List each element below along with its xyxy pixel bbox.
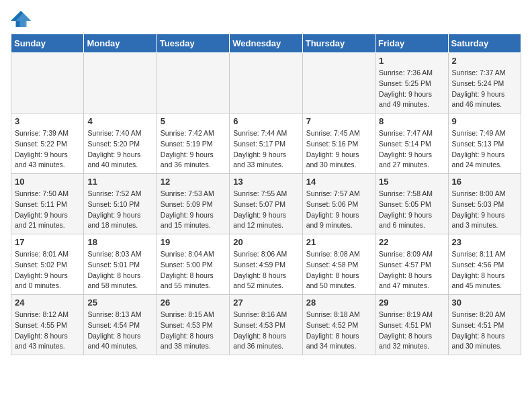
day-info: Sunrise: 8:09 AMSunset: 4:57 PMDaylight:…: [379, 249, 444, 291]
day-number: 17: [15, 237, 80, 247]
day-info: Sunrise: 7:58 AMSunset: 5:05 PMDaylight:…: [379, 189, 444, 231]
day-info: Sunrise: 7:50 AMSunset: 5:11 PMDaylight:…: [15, 189, 80, 231]
day-number: 28: [306, 298, 371, 308]
day-info: Sunrise: 7:52 AMSunset: 5:10 PMDaylight:…: [87, 189, 152, 231]
day-info: Sunrise: 8:06 AMSunset: 4:59 PMDaylight:…: [233, 249, 298, 291]
day-number: 21: [306, 237, 371, 247]
logo: [11, 11, 34, 27]
calendar-cell: 9 Sunrise: 7:49 AMSunset: 5:13 PMDayligh…: [448, 113, 521, 174]
day-info: Sunrise: 7:37 AMSunset: 5:24 PMDaylight:…: [452, 68, 517, 110]
calendar-table: Sunday Monday Tuesday Wednesday Thursday…: [11, 34, 521, 355]
calendar-cell: 26 Sunrise: 8:15 AMSunset: 4:53 PMDaylig…: [157, 295, 229, 355]
day-info: Sunrise: 7:55 AMSunset: 5:07 PMDaylight:…: [233, 189, 298, 231]
calendar-cell: 10 Sunrise: 7:50 AMSunset: 5:11 PMDaylig…: [11, 174, 84, 234]
day-info: Sunrise: 8:03 AMSunset: 5:01 PMDaylight:…: [87, 249, 152, 291]
day-number: 7: [306, 116, 371, 126]
calendar-cell: 23 Sunrise: 8:11 AMSunset: 4:56 PMDaylig…: [448, 234, 521, 295]
calendar-cell: [302, 53, 375, 113]
calendar-cell: 6 Sunrise: 7:44 AMSunset: 5:17 PMDayligh…: [230, 113, 302, 174]
day-info: Sunrise: 8:00 AMSunset: 5:03 PMDaylight:…: [452, 189, 517, 231]
calendar-header: Sunday Monday Tuesday Wednesday Thursday…: [11, 34, 521, 53]
calendar-cell: 22 Sunrise: 8:09 AMSunset: 4:57 PMDaylig…: [375, 234, 448, 295]
day-number: 2: [452, 56, 517, 66]
day-info: Sunrise: 7:42 AMSunset: 5:19 PMDaylight:…: [161, 128, 226, 171]
calendar-cell: 27 Sunrise: 8:16 AMSunset: 4:53 PMDaylig…: [230, 295, 302, 355]
calendar-cell: 17 Sunrise: 8:01 AMSunset: 5:02 PMDaylig…: [11, 234, 84, 295]
calendar-cell: [11, 53, 84, 113]
day-number: 14: [306, 177, 371, 187]
day-info: Sunrise: 7:40 AMSunset: 5:20 PMDaylight:…: [87, 128, 152, 171]
day-number: 3: [15, 116, 80, 126]
header-friday: Friday: [375, 34, 448, 53]
calendar-cell: [157, 53, 229, 113]
day-info: Sunrise: 8:11 AMSunset: 4:56 PMDaylight:…: [452, 249, 517, 291]
day-info: Sunrise: 7:47 AMSunset: 5:14 PMDaylight:…: [379, 128, 444, 171]
calendar-cell: 21 Sunrise: 8:08 AMSunset: 4:58 PMDaylig…: [302, 234, 375, 295]
calendar-cell: 3 Sunrise: 7:39 AMSunset: 5:22 PMDayligh…: [11, 113, 84, 174]
day-number: 26: [161, 298, 226, 308]
day-number: 6: [233, 116, 298, 126]
day-number: 13: [233, 177, 298, 187]
header: [11, 11, 521, 27]
day-number: 30: [452, 298, 517, 308]
day-info: Sunrise: 7:44 AMSunset: 5:17 PMDaylight:…: [233, 128, 298, 171]
day-info: Sunrise: 7:57 AMSunset: 5:06 PMDaylight:…: [306, 189, 371, 231]
day-info: Sunrise: 8:16 AMSunset: 4:53 PMDaylight:…: [233, 310, 298, 352]
day-number: 29: [379, 298, 444, 308]
calendar-cell: 15 Sunrise: 7:58 AMSunset: 5:05 PMDaylig…: [375, 174, 448, 234]
calendar-cell: 14 Sunrise: 7:57 AMSunset: 5:06 PMDaylig…: [302, 174, 375, 234]
day-info: Sunrise: 8:13 AMSunset: 4:54 PMDaylight:…: [87, 310, 152, 352]
day-info: Sunrise: 7:45 AMSunset: 5:16 PMDaylight:…: [306, 128, 371, 171]
day-info: Sunrise: 8:01 AMSunset: 5:02 PMDaylight:…: [15, 249, 80, 291]
day-info: Sunrise: 8:18 AMSunset: 4:52 PMDaylight:…: [306, 310, 371, 352]
calendar-cell: 30 Sunrise: 8:20 AMSunset: 4:51 PMDaylig…: [448, 295, 521, 355]
day-number: 23: [452, 237, 517, 247]
header-thursday: Thursday: [302, 34, 375, 53]
day-info: Sunrise: 7:53 AMSunset: 5:09 PMDaylight:…: [161, 189, 226, 231]
day-number: 4: [87, 116, 152, 126]
header-monday: Monday: [84, 34, 157, 53]
day-number: 8: [379, 116, 444, 126]
day-number: 9: [452, 116, 517, 126]
logo-icon: [11, 11, 31, 27]
day-info: Sunrise: 7:49 AMSunset: 5:13 PMDaylight:…: [452, 128, 517, 171]
calendar-cell: 18 Sunrise: 8:03 AMSunset: 5:01 PMDaylig…: [84, 234, 157, 295]
day-info: Sunrise: 7:39 AMSunset: 5:22 PMDaylight:…: [15, 128, 80, 171]
calendar-cell: [230, 53, 302, 113]
day-number: 24: [15, 298, 80, 308]
calendar-body: 1 Sunrise: 7:36 AMSunset: 5:25 PMDayligh…: [11, 53, 521, 355]
day-number: 11: [87, 177, 152, 187]
day-info: Sunrise: 8:19 AMSunset: 4:51 PMDaylight:…: [379, 310, 444, 352]
calendar-cell: 29 Sunrise: 8:19 AMSunset: 4:51 PMDaylig…: [375, 295, 448, 355]
calendar-cell: 5 Sunrise: 7:42 AMSunset: 5:19 PMDayligh…: [157, 113, 229, 174]
calendar-cell: 7 Sunrise: 7:45 AMSunset: 5:16 PMDayligh…: [302, 113, 375, 174]
calendar-cell: 8 Sunrise: 7:47 AMSunset: 5:14 PMDayligh…: [375, 113, 448, 174]
day-number: 1: [379, 56, 444, 66]
calendar-cell: 28 Sunrise: 8:18 AMSunset: 4:52 PMDaylig…: [302, 295, 375, 355]
header-tuesday: Tuesday: [157, 34, 229, 53]
day-number: 18: [87, 237, 152, 247]
calendar-cell: 19 Sunrise: 8:04 AMSunset: 5:00 PMDaylig…: [157, 234, 229, 295]
calendar-cell: 11 Sunrise: 7:52 AMSunset: 5:10 PMDaylig…: [84, 174, 157, 234]
day-info: Sunrise: 8:20 AMSunset: 4:51 PMDaylight:…: [452, 310, 517, 352]
day-number: 5: [161, 116, 226, 126]
day-number: 22: [379, 237, 444, 247]
day-info: Sunrise: 7:36 AMSunset: 5:25 PMDaylight:…: [379, 68, 444, 110]
day-info: Sunrise: 8:04 AMSunset: 5:00 PMDaylight:…: [161, 249, 226, 291]
calendar-cell: [84, 53, 157, 113]
day-info: Sunrise: 8:08 AMSunset: 4:58 PMDaylight:…: [306, 249, 371, 291]
day-number: 25: [87, 298, 152, 308]
calendar-cell: 16 Sunrise: 8:00 AMSunset: 5:03 PMDaylig…: [448, 174, 521, 234]
day-number: 20: [233, 237, 298, 247]
day-number: 27: [233, 298, 298, 308]
calendar-cell: 24 Sunrise: 8:12 AMSunset: 4:55 PMDaylig…: [11, 295, 84, 355]
day-info: Sunrise: 8:15 AMSunset: 4:53 PMDaylight:…: [161, 310, 226, 352]
day-number: 10: [15, 177, 80, 187]
calendar-cell: 1 Sunrise: 7:36 AMSunset: 5:25 PMDayligh…: [375, 53, 448, 113]
calendar-cell: 2 Sunrise: 7:37 AMSunset: 5:24 PMDayligh…: [448, 53, 521, 113]
header-sunday: Sunday: [11, 34, 84, 53]
day-number: 15: [379, 177, 444, 187]
calendar-cell: 20 Sunrise: 8:06 AMSunset: 4:59 PMDaylig…: [230, 234, 302, 295]
calendar-cell: 13 Sunrise: 7:55 AMSunset: 5:07 PMDaylig…: [230, 174, 302, 234]
header-wednesday: Wednesday: [230, 34, 302, 53]
